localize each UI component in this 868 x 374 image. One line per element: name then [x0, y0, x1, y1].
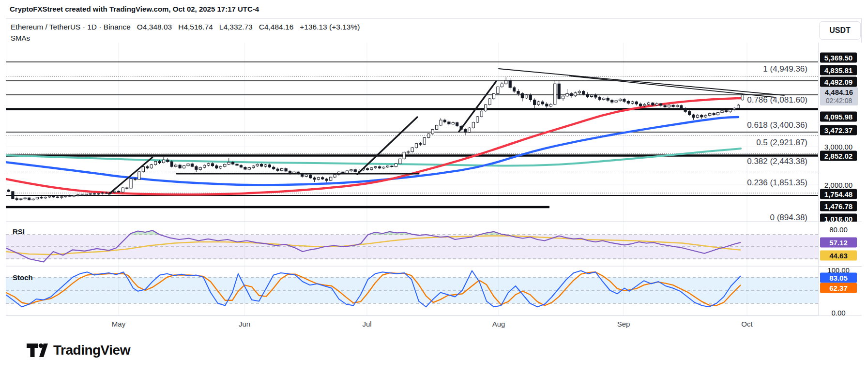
page: { "header": { "attribution": "CryptoFXSt…: [0, 0, 868, 374]
price-axis-label: 3,000.00: [819, 143, 858, 151]
time-axis-label: Aug: [492, 320, 505, 328]
time-axis-label: Oct: [741, 320, 752, 328]
time-axis-label: Sep: [617, 320, 630, 328]
price-level-badge: 1,754.48: [820, 189, 857, 199]
chart-title-bar: Ethereum / TetherUS · 1D · Binance O4,34…: [11, 23, 360, 31]
price-axis-label: 2,000.00: [819, 181, 858, 189]
fib-label: 0.618 (3,400.36): [747, 120, 807, 130]
tradingview-logo-text: TradingView: [53, 343, 130, 358]
rsi-value-badge: 44.63: [820, 251, 857, 261]
price-level-badge: 5,369.50: [820, 53, 857, 63]
symbol-title: Ethereum / TetherUS · 1D · Binance: [11, 23, 131, 31]
fib-label: 0.382 (2,443.38): [747, 157, 807, 166]
price-level-badge: 4,492.09: [820, 77, 857, 87]
time-axis-label: May: [112, 320, 125, 328]
price-change: +136.13 (+3.13%): [300, 23, 360, 31]
current-price-badge: 4,484.1602:42:08: [820, 87, 858, 105]
price-scale-stoch-strip: 100.000.0083.0562.37: [819, 266, 862, 316]
smas-indicator-label: SMAs: [11, 34, 30, 42]
fib-label: 0.5 (2,921.87): [756, 138, 807, 148]
fib-label: 0.236 (1,851.35): [747, 178, 807, 188]
stoch-pane-label: Stoch: [13, 273, 33, 282]
fib-label: 0 (894.38): [770, 213, 808, 223]
tradingview-mark-icon: [27, 344, 48, 357]
time-axis-label: Jul: [362, 320, 371, 328]
price-chart-canvas[interactable]: [6, 43, 818, 315]
attribution-text: CryptoFXStreet created with TradingView.…: [10, 5, 259, 13]
current-price-countdown: 02:42:08: [826, 97, 853, 105]
price-level-badge: 1,476.78: [820, 201, 857, 211]
stoch-value-badge: 83.05: [820, 273, 857, 283]
price-level-badge: 3,472.37: [820, 125, 857, 135]
rsi-pane-label: RSI: [13, 227, 25, 236]
tradingview-logo: TradingView: [27, 343, 130, 358]
current-price-value: 4,484.16: [825, 88, 853, 97]
time-axis-label: Jun: [239, 320, 250, 328]
price-level-badge: 1,016.00: [820, 214, 857, 222]
price-scale-rsi-strip: 80.0057.1244.63: [819, 222, 862, 267]
currency-toggle-button[interactable]: USDT: [819, 21, 861, 40]
price-level-badge: 4,095.98: [820, 112, 857, 122]
ohlc-open: O4,348.03: [137, 23, 172, 31]
price-level-badge: 4,835.81: [820, 65, 857, 75]
stoch-value-badge: 62.37: [820, 283, 857, 293]
fib-label: 1 (4,949.36): [763, 64, 807, 74]
stoch-axis-label: 0.00: [819, 309, 858, 316]
rsi-value-badge: 57.12: [820, 238, 857, 248]
fib-label: 0.786 (4,081.60): [747, 95, 807, 105]
rsi-axis-label: 80.00: [819, 225, 858, 234]
price-level-badge: 2,852.02: [820, 151, 857, 161]
time-axis[interactable]: MayJunJulAugSepOct: [6, 315, 862, 332]
ohlc-low: L4,332.73: [219, 23, 253, 31]
ohlc-close: C4,484.16: [259, 23, 294, 31]
price-scale-main-strip: 3,000.002,000.005,369.504,835.814,492.09…: [819, 43, 862, 222]
ohlc-high: H4,516.74: [178, 23, 213, 31]
